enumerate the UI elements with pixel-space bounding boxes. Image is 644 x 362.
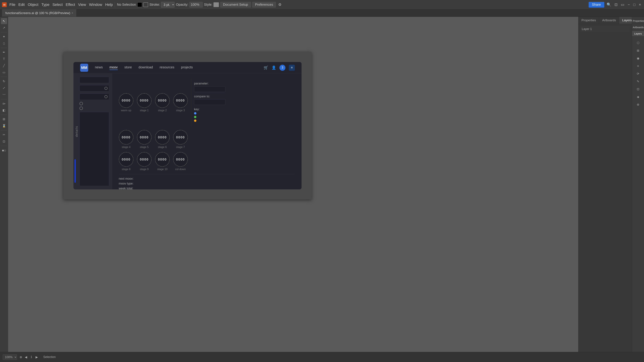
artboard-nav-prev[interactable]: ◀ [25, 355, 27, 359]
panel-icon-5[interactable]: ⟳ [635, 71, 641, 77]
artboards-tab[interactable]: Artboards [632, 24, 644, 30]
hamburger-menu[interactable]: ≡ [289, 65, 295, 71]
dial-stage-10-circle[interactable]: 0000 [155, 152, 170, 167]
nav-actions: 🛒 👤 3 ≡ [264, 65, 295, 71]
dial-stage-5-circle[interactable]: 0000 [137, 130, 152, 145]
menu-type[interactable]: Type [42, 2, 50, 7]
notification-badge[interactable]: 3 [280, 65, 286, 71]
dial-stage-7-circle[interactable]: 0000 [173, 130, 188, 145]
panel-icon-6[interactable]: ✎ [635, 78, 641, 84]
nav-news[interactable]: news [95, 65, 103, 70]
dial-stage-1-value: 0000 [140, 98, 149, 102]
preferences-btn[interactable]: Preferences [252, 2, 276, 7]
nav-store[interactable]: store [124, 65, 132, 70]
gradient-tool[interactable]: ◧ [1, 107, 7, 113]
compare-to-input[interactable] [194, 99, 226, 105]
stroke-color[interactable] [144, 2, 148, 7]
menu-select[interactable]: Select [52, 2, 63, 7]
panel-icon-2[interactable]: ⊞ [635, 48, 641, 54]
dial-warm-up-circle[interactable]: 0000 [119, 93, 134, 108]
scissors-tool[interactable]: ✂ [1, 132, 7, 138]
properties-panel-tab[interactable]: Properties [578, 17, 599, 24]
close-btn[interactable]: × [638, 2, 642, 7]
direct-select-tool[interactable]: ↗ [1, 25, 7, 31]
dial-col-down-circle[interactable]: 0000 [173, 152, 188, 167]
stroke-size-select[interactable]: 3 pt. [161, 2, 174, 7]
window-btn[interactable]: ▭ [620, 2, 626, 7]
panel-icon-9[interactable]: ⊛ [635, 102, 641, 108]
dial-stage-1-circle[interactable]: 0000 [137, 93, 152, 108]
panel-icon-8[interactable]: ◈ [635, 94, 641, 100]
scale-tool[interactable]: ⤢ [1, 85, 7, 91]
blend-tool[interactable]: ⌛ [1, 123, 7, 129]
pen-tool[interactable]: ✒ [1, 49, 7, 55]
properties-tab[interactable]: Properties [632, 18, 644, 24]
zoom-select[interactable]: 100% [3, 355, 17, 360]
file-tab[interactable]: functionalScreens.ai @ 100 % (RGB/Previe… [2, 9, 77, 16]
menu-help[interactable]: Help [105, 2, 113, 7]
layers-tab[interactable]: Layers [632, 31, 644, 36]
warp-tool[interactable]: 〰 [1, 92, 7, 98]
style-group: Style: [204, 2, 219, 7]
dial-col-down-label: col down [175, 168, 186, 171]
nav-resources[interactable]: resources [160, 65, 174, 70]
lasso-tool[interactable]: ⬯ [1, 40, 7, 46]
eyedropper-tool[interactable]: ⌲ [1, 100, 7, 107]
dial-stage-2-circle[interactable]: 0000 [155, 93, 170, 108]
share-button[interactable]: Share [589, 2, 604, 7]
menu-object[interactable]: Object [28, 2, 38, 7]
zoom-btn[interactable]: ⊡ [614, 2, 618, 7]
panel-icon-7[interactable]: ⊡ [635, 86, 641, 92]
minimize-btn[interactable]: − [627, 2, 631, 7]
detail-input-1[interactable] [80, 77, 109, 83]
search-btn[interactable]: 🔍 [606, 2, 612, 7]
nav-moov[interactable]: moov [110, 65, 118, 70]
panel-icon-4[interactable]: ≡ [635, 63, 641, 69]
dial-stage-3-circle[interactable]: 0000 [173, 93, 188, 108]
menu-file[interactable]: File [10, 2, 15, 7]
artboard-nav-next[interactable]: ▶ [36, 355, 38, 359]
tool-separator3 [1, 77, 7, 77]
rotate-tool[interactable]: ↻ [1, 78, 7, 84]
cart-icon[interactable]: 🛒 [264, 65, 268, 70]
parameter-input[interactable] [194, 86, 226, 92]
dial-stage-9-circle[interactable]: 0000 [137, 152, 152, 167]
dial-stage-4-circle[interactable]: 0000 [119, 130, 134, 145]
detail-text-area[interactable] [80, 112, 109, 186]
preferences-extra-btn[interactable]: ⚙ [277, 2, 282, 7]
maximize-btn[interactable]: □ [632, 2, 636, 7]
mesh-tool[interactable]: ⊞ [1, 116, 7, 122]
tab-close[interactable]: × [72, 11, 73, 14]
selection-tool[interactable]: ↖ [1, 18, 7, 24]
document-setup-btn[interactable]: Document Setup [220, 2, 251, 7]
nav-download[interactable]: download [138, 65, 153, 70]
style-swatch[interactable] [214, 2, 219, 7]
type-tool[interactable]: T [1, 56, 7, 62]
user-icon[interactable]: 👤 [272, 65, 276, 70]
moov-type-label: moov type: [119, 182, 139, 185]
panel-icon-3[interactable]: ◉ [635, 55, 641, 61]
menu-edit[interactable]: Edit [18, 2, 25, 7]
artboard-tool[interactable]: ⊡ [1, 138, 7, 144]
right-panel: Properties Artboards Layers ⬡ ⊞ ◉ ≡ ⟳ ✎ … [632, 17, 644, 352]
magic-wand-tool[interactable]: ✦ [1, 34, 7, 40]
dial-stage-9-value: 0000 [140, 158, 149, 161]
fill-color[interactable] [137, 2, 142, 7]
dial-stage-8-circle[interactable]: 0000 [119, 152, 134, 167]
line-tool[interactable]: ╱ [1, 63, 7, 69]
rect-tool[interactable]: ▭ [1, 69, 7, 75]
layer-item-1[interactable]: Layer 1 [580, 26, 630, 32]
nav-projects[interactable]: projects [181, 65, 193, 70]
menu-window[interactable]: Window [89, 2, 102, 7]
menu-effect[interactable]: Effect [66, 2, 75, 7]
radio-1[interactable] [80, 102, 83, 105]
opacity-input[interactable] [189, 2, 203, 7]
artboards-panel-tab[interactable]: Artboards [599, 17, 619, 24]
detail-input-2-wrap [80, 85, 109, 91]
menu-bar[interactable]: File Edit Object Type Select Effect View… [10, 2, 113, 7]
dial-stage-6-circle[interactable]: 0000 [155, 130, 170, 145]
radio-2[interactable] [80, 107, 83, 110]
panel-icon-1[interactable]: ⬡ [635, 40, 641, 46]
menu-view[interactable]: View [78, 2, 86, 7]
fill-stroke-indicator[interactable]: ◼◻ [1, 147, 7, 153]
